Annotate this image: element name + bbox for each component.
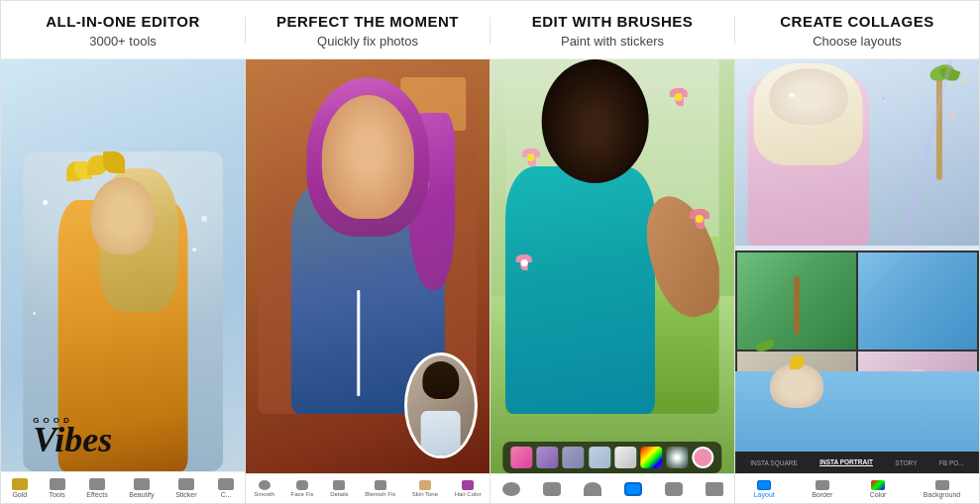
panel-perfect: Smooth Face Fix Details Blemish Fix Skin… xyxy=(246,59,490,503)
feature-1: ALL-IN-ONE EDITOR 3000+ tools xyxy=(1,13,245,49)
inset-body xyxy=(420,411,461,456)
vibes-text: Vibes xyxy=(33,425,112,455)
format-insta-square[interactable]: INSTA SQUARE xyxy=(750,459,798,466)
beautify-icon xyxy=(134,478,150,490)
glasses xyxy=(789,93,795,97)
toolbar-item-effects[interactable]: Effects xyxy=(86,478,107,498)
format-insta-portrait[interactable]: INSTA PORTRAIT xyxy=(819,458,873,466)
sticker-label: Sticker xyxy=(175,491,196,498)
person-head xyxy=(91,177,156,253)
color-icon xyxy=(871,480,885,490)
sticker-bar xyxy=(502,442,721,473)
feature-3-title: EDIT WITH BRUSHES xyxy=(532,13,694,31)
sticker-icon xyxy=(178,478,194,490)
blemish-label: Blemish Fix xyxy=(365,491,395,497)
panel-collages: INSTA SQUARE INSTA PORTRAIT STORY FB PO.… xyxy=(735,59,979,503)
sticker-sparkle[interactable] xyxy=(666,447,688,468)
flower-1 xyxy=(670,88,688,106)
more-label: C... xyxy=(221,491,232,498)
vibes-container: GOOD Vibes xyxy=(33,416,112,455)
brush-icon-5[interactable] xyxy=(665,482,683,496)
toolbar-background[interactable]: Background xyxy=(924,480,960,498)
details-label: Details xyxy=(330,491,348,497)
background-icon xyxy=(935,480,949,490)
layout-icon xyxy=(757,480,771,490)
feature-2: PERFECT THE MOMENT Quickly fix photos xyxy=(246,13,490,49)
toolbar-details[interactable]: Details xyxy=(330,480,348,497)
beautify-label: Beautify xyxy=(129,491,154,498)
layout-label: Layout xyxy=(754,491,775,498)
inset-hair xyxy=(422,361,459,400)
toolbar-layout[interactable]: Layout xyxy=(754,480,775,498)
smooth-icon xyxy=(259,480,271,490)
toolbar-haircolor[interactable]: Hair Color xyxy=(455,480,482,497)
main-image-1: GOOD Vibes xyxy=(23,151,223,471)
feature-3-subtitle: Paint with stickers xyxy=(561,34,664,49)
feature-1-title: ALL-IN-ONE EDITOR xyxy=(46,13,200,31)
format-story[interactable]: STORY xyxy=(895,459,917,466)
toolbar-item-beautify[interactable]: Beautify xyxy=(129,478,154,498)
confetti-1 xyxy=(963,78,967,82)
phone-screen-1: GOOD Vibes Gold Tools Effects xyxy=(1,59,245,503)
feature-2-title: PERFECT THE MOMENT xyxy=(276,13,459,31)
brush-icon-2[interactable] xyxy=(543,482,561,496)
border-icon xyxy=(816,480,829,490)
confetti-2 xyxy=(882,97,885,100)
toolbar-facefix[interactable]: Face Fix xyxy=(291,480,314,497)
toolbar-color[interactable]: Color xyxy=(870,480,887,498)
sticker-3[interactable] xyxy=(563,447,585,468)
toolbar-item-tools[interactable]: Tools xyxy=(49,478,64,498)
brush-icon-3[interactable] xyxy=(584,482,601,496)
sticker-5[interactable] xyxy=(614,447,636,468)
sticker-4[interactable] xyxy=(589,447,610,468)
sticker-2[interactable] xyxy=(537,447,559,468)
sticker-1[interactable] xyxy=(510,447,532,468)
toolbar-4: Layout Border Color Background xyxy=(735,473,979,503)
person-2-head xyxy=(322,95,414,219)
feature-1-subtitle: 3000+ tools xyxy=(89,34,157,49)
features-header: ALL-IN-ONE EDITOR 3000+ tools PERFECT TH… xyxy=(1,1,979,59)
inset-photo xyxy=(404,353,478,459)
details-icon xyxy=(333,480,345,490)
toolbar-3 xyxy=(490,473,734,503)
main-image-3 xyxy=(505,59,719,414)
toolbar-skintone[interactable]: Skin Tone xyxy=(412,480,438,497)
background-label: Background xyxy=(924,491,960,498)
feature-4-title: CREATE COLLAGES xyxy=(780,13,934,31)
toolbar-item-gold[interactable]: Gold xyxy=(12,478,28,498)
brush-icon-active[interactable] xyxy=(624,482,642,496)
blemish-icon xyxy=(375,480,386,490)
feature-4: CREATE COLLAGES Choose layouts xyxy=(735,13,979,49)
brush-icon-1[interactable] xyxy=(502,482,520,496)
sticker-rainbow[interactable] xyxy=(640,447,662,468)
smooth-label: Smooth xyxy=(254,491,274,497)
haircolor-label: Hair Color xyxy=(455,491,482,497)
flower-2 xyxy=(522,149,540,166)
person-3-body xyxy=(505,166,656,415)
border-label: Border xyxy=(812,491,832,498)
panel-editor: GOOD Vibes Gold Tools Effects xyxy=(1,59,246,503)
panel-brushes xyxy=(490,59,735,503)
collage-top xyxy=(735,59,979,246)
feature-3: EDIT WITH BRUSHES Paint with stickers xyxy=(490,13,734,49)
sparkle-4 xyxy=(201,216,207,222)
toolbar-smooth[interactable]: Smooth xyxy=(254,480,274,497)
toolbar-border[interactable]: Border xyxy=(812,480,832,498)
brush-erase-icon[interactable] xyxy=(706,482,723,496)
sticker-circle[interactable] xyxy=(693,447,714,468)
collage-person-head xyxy=(769,68,847,124)
phone-screen-4: INSTA SQUARE INSTA PORTRAIT STORY FB PO.… xyxy=(735,59,979,503)
phone-screen-2: Smooth Face Fix Details Blemish Fix Skin… xyxy=(246,59,490,503)
toolbar-item-sticker[interactable]: Sticker xyxy=(175,478,196,498)
format-bar: INSTA SQUARE INSTA PORTRAIT STORY FB PO.… xyxy=(735,452,979,473)
feature-2-subtitle: Quickly fix photos xyxy=(317,34,418,49)
flower-4 xyxy=(516,254,532,270)
toolbar-item-more[interactable]: C... xyxy=(218,478,234,498)
person-3-afro xyxy=(542,59,649,183)
haircolor-icon xyxy=(462,480,474,490)
toolbar-blemish[interactable]: Blemish Fix xyxy=(365,480,395,497)
toolbar-1: Gold Tools Effects Beautify Sticker xyxy=(1,471,245,503)
collage-grid xyxy=(735,251,979,452)
format-fb[interactable]: FB PO... xyxy=(939,459,964,466)
effects-label: Effects xyxy=(86,491,107,498)
